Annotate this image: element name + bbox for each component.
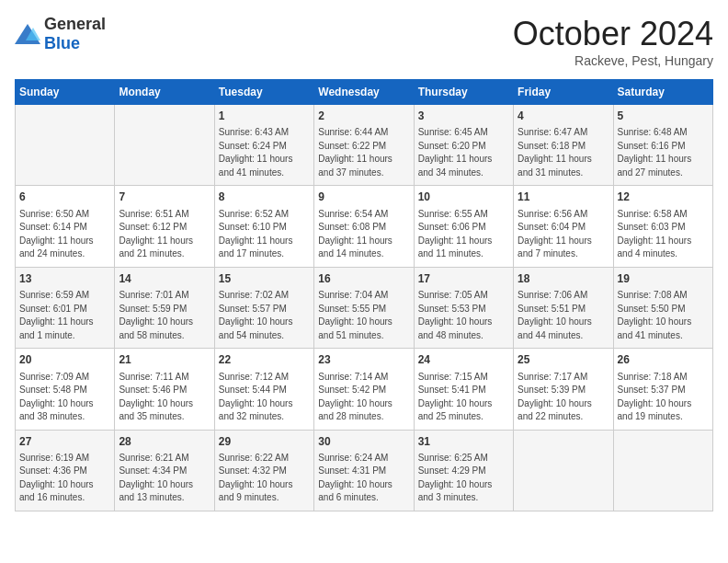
calendar-table: SundayMondayTuesdayWednesdayThursdayFrid…	[15, 79, 713, 511]
calendar-cell: 4 Sunrise: 6:47 AM Sunset: 6:18 PM Dayli…	[514, 105, 613, 186]
cell-content: Sunrise: 7:12 AM Sunset: 5:44 PM Dayligh…	[219, 371, 310, 424]
cell-content: Sunrise: 6:45 AM Sunset: 6:20 PM Dayligh…	[418, 126, 509, 179]
calendar-cell: 5 Sunrise: 6:48 AM Sunset: 6:16 PM Dayli…	[613, 105, 712, 186]
day-number: 28	[119, 434, 210, 450]
cell-content: Sunrise: 6:51 AM Sunset: 6:12 PM Dayligh…	[119, 208, 210, 261]
calendar-cell	[16, 105, 115, 186]
weekday-header: Thursday	[414, 80, 513, 105]
calendar-cell: 28 Sunrise: 6:21 AM Sunset: 4:34 PM Dayl…	[115, 430, 214, 511]
cell-content: Sunrise: 6:52 AM Sunset: 6:10 PM Dayligh…	[219, 208, 310, 261]
day-number: 27	[19, 434, 110, 450]
day-number: 26	[618, 352, 709, 368]
day-number: 9	[318, 190, 409, 205]
day-number: 30	[318, 434, 409, 450]
weekday-header: Wednesday	[314, 80, 414, 105]
calendar-cell: 29 Sunrise: 6:22 AM Sunset: 4:32 PM Dayl…	[214, 430, 313, 511]
calendar-cell: 15 Sunrise: 7:02 AM Sunset: 5:57 PM Dayl…	[214, 267, 313, 348]
weekday-header: Saturday	[613, 80, 712, 105]
day-number: 10	[418, 190, 509, 205]
calendar-week-row: 20 Sunrise: 7:09 AM Sunset: 5:48 PM Dayl…	[16, 349, 713, 430]
calendar-cell: 3 Sunrise: 6:45 AM Sunset: 6:20 PM Dayli…	[414, 105, 513, 186]
day-number: 2	[318, 109, 409, 124]
calendar-week-row: 27 Sunrise: 6:19 AM Sunset: 4:36 PM Dayl…	[16, 430, 713, 511]
cell-content: Sunrise: 7:02 AM Sunset: 5:57 PM Dayligh…	[219, 289, 310, 342]
calendar-cell: 8 Sunrise: 6:52 AM Sunset: 6:10 PM Dayli…	[214, 186, 313, 267]
weekday-header: Sunday	[16, 80, 115, 105]
logo: General Blue	[15, 15, 106, 53]
logo-icon	[15, 24, 40, 44]
cell-content: Sunrise: 6:43 AM Sunset: 6:24 PM Dayligh…	[219, 126, 310, 179]
day-number: 29	[219, 434, 310, 450]
calendar-cell	[115, 105, 214, 186]
day-number: 1	[219, 109, 310, 124]
calendar-cell: 16 Sunrise: 7:04 AM Sunset: 5:55 PM Dayl…	[314, 267, 414, 348]
logo-blue: Blue	[44, 34, 80, 52]
calendar-cell: 22 Sunrise: 7:12 AM Sunset: 5:44 PM Dayl…	[214, 349, 313, 430]
cell-content: Sunrise: 7:01 AM Sunset: 5:59 PM Dayligh…	[119, 289, 210, 342]
cell-content: Sunrise: 6:21 AM Sunset: 4:34 PM Dayligh…	[119, 452, 210, 505]
day-number: 4	[518, 109, 609, 124]
calendar-header-row: SundayMondayTuesdayWednesdayThursdayFrid…	[16, 80, 713, 105]
calendar-cell: 9 Sunrise: 6:54 AM Sunset: 6:08 PM Dayli…	[314, 186, 414, 267]
calendar-cell: 25 Sunrise: 7:17 AM Sunset: 5:39 PM Dayl…	[514, 349, 613, 430]
day-number: 21	[119, 352, 210, 368]
cell-content: Sunrise: 7:11 AM Sunset: 5:46 PM Dayligh…	[119, 371, 210, 424]
day-number: 19	[618, 271, 709, 287]
cell-content: Sunrise: 6:47 AM Sunset: 6:18 PM Dayligh…	[518, 126, 609, 179]
calendar-week-row: 13 Sunrise: 6:59 AM Sunset: 6:01 PM Dayl…	[16, 267, 713, 348]
day-number: 17	[418, 271, 509, 287]
cell-content: Sunrise: 7:08 AM Sunset: 5:50 PM Dayligh…	[618, 289, 709, 342]
cell-content: Sunrise: 6:44 AM Sunset: 6:22 PM Dayligh…	[318, 126, 409, 179]
calendar-cell: 27 Sunrise: 6:19 AM Sunset: 4:36 PM Dayl…	[16, 430, 115, 511]
calendar-cell: 2 Sunrise: 6:44 AM Sunset: 6:22 PM Dayli…	[314, 105, 414, 186]
day-number: 15	[219, 271, 310, 287]
cell-content: Sunrise: 6:22 AM Sunset: 4:32 PM Dayligh…	[219, 452, 310, 505]
page-header: General Blue October 2024 Rackeve, Pest,…	[15, 15, 713, 68]
day-number: 20	[19, 352, 110, 368]
day-number: 6	[19, 190, 110, 205]
calendar-cell: 13 Sunrise: 6:59 AM Sunset: 6:01 PM Dayl…	[16, 267, 115, 348]
calendar-cell	[613, 430, 712, 511]
calendar-cell: 18 Sunrise: 7:06 AM Sunset: 5:51 PM Dayl…	[514, 267, 613, 348]
calendar-cell: 24 Sunrise: 7:15 AM Sunset: 5:41 PM Dayl…	[414, 349, 513, 430]
calendar-week-row: 1 Sunrise: 6:43 AM Sunset: 6:24 PM Dayli…	[16, 105, 713, 186]
day-number: 25	[518, 352, 609, 368]
cell-content: Sunrise: 7:17 AM Sunset: 5:39 PM Dayligh…	[518, 371, 609, 424]
month-title: October 2024	[513, 15, 713, 53]
day-number: 12	[618, 190, 709, 205]
day-number: 8	[219, 190, 310, 205]
calendar-cell: 6 Sunrise: 6:50 AM Sunset: 6:14 PM Dayli…	[16, 186, 115, 267]
calendar-cell: 14 Sunrise: 7:01 AM Sunset: 5:59 PM Dayl…	[115, 267, 214, 348]
day-number: 16	[318, 271, 409, 287]
cell-content: Sunrise: 7:09 AM Sunset: 5:48 PM Dayligh…	[19, 371, 110, 424]
cell-content: Sunrise: 6:19 AM Sunset: 4:36 PM Dayligh…	[19, 452, 110, 505]
day-number: 23	[318, 352, 409, 368]
calendar-cell: 10 Sunrise: 6:55 AM Sunset: 6:06 PM Dayl…	[414, 186, 513, 267]
title-block: October 2024 Rackeve, Pest, Hungary	[513, 15, 713, 68]
cell-content: Sunrise: 7:18 AM Sunset: 5:37 PM Dayligh…	[618, 371, 709, 424]
day-number: 14	[119, 271, 210, 287]
calendar-cell: 23 Sunrise: 7:14 AM Sunset: 5:42 PM Dayl…	[314, 349, 414, 430]
calendar-cell: 7 Sunrise: 6:51 AM Sunset: 6:12 PM Dayli…	[115, 186, 214, 267]
calendar-cell: 20 Sunrise: 7:09 AM Sunset: 5:48 PM Dayl…	[16, 349, 115, 430]
calendar-cell: 12 Sunrise: 6:58 AM Sunset: 6:03 PM Dayl…	[613, 186, 712, 267]
day-number: 5	[618, 109, 709, 124]
day-number: 11	[518, 190, 609, 205]
calendar-week-row: 6 Sunrise: 6:50 AM Sunset: 6:14 PM Dayli…	[16, 186, 713, 267]
logo-general: General	[44, 15, 106, 33]
weekday-header: Monday	[115, 80, 214, 105]
calendar-cell: 19 Sunrise: 7:08 AM Sunset: 5:50 PM Dayl…	[613, 267, 712, 348]
cell-content: Sunrise: 6:25 AM Sunset: 4:29 PM Dayligh…	[418, 452, 509, 505]
cell-content: Sunrise: 7:04 AM Sunset: 5:55 PM Dayligh…	[318, 289, 409, 342]
day-number: 18	[518, 271, 609, 287]
cell-content: Sunrise: 6:48 AM Sunset: 6:16 PM Dayligh…	[618, 126, 709, 179]
weekday-header: Friday	[514, 80, 613, 105]
day-number: 24	[418, 352, 509, 368]
cell-content: Sunrise: 6:56 AM Sunset: 6:04 PM Dayligh…	[518, 208, 609, 261]
calendar-cell: 1 Sunrise: 6:43 AM Sunset: 6:24 PM Dayli…	[214, 105, 313, 186]
weekday-header: Tuesday	[214, 80, 313, 105]
day-number: 13	[19, 271, 110, 287]
cell-content: Sunrise: 7:05 AM Sunset: 5:53 PM Dayligh…	[418, 289, 509, 342]
cell-content: Sunrise: 7:06 AM Sunset: 5:51 PM Dayligh…	[518, 289, 609, 342]
cell-content: Sunrise: 6:55 AM Sunset: 6:06 PM Dayligh…	[418, 208, 509, 261]
